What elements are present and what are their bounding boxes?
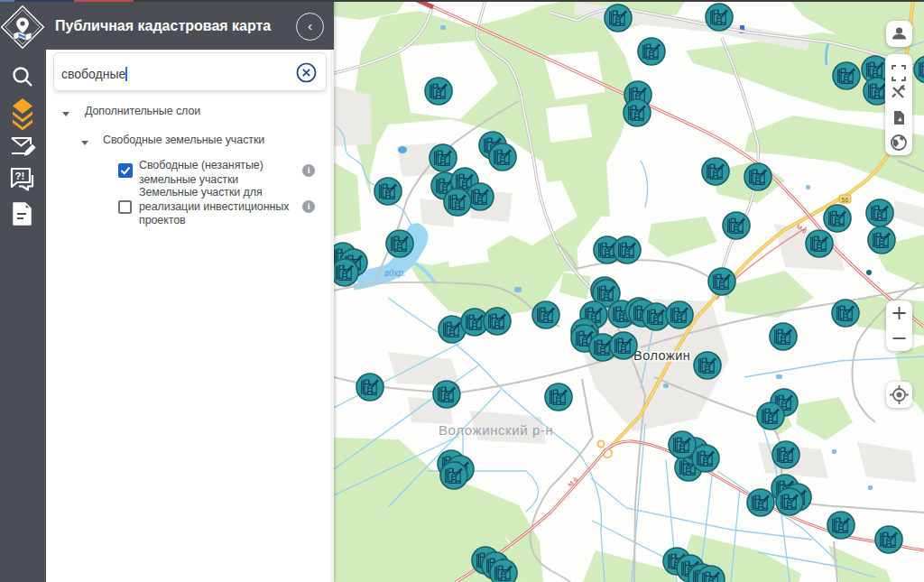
svg-text:?!: ?!: [15, 171, 25, 181]
svg-text:56: 56: [842, 197, 849, 203]
svg-text:Воложинский р-н: Воложинский р-н: [439, 422, 553, 438]
svg-text:вдхр.: вдхр.: [384, 268, 406, 278]
svg-text:Воложин: Воложин: [633, 348, 690, 363]
